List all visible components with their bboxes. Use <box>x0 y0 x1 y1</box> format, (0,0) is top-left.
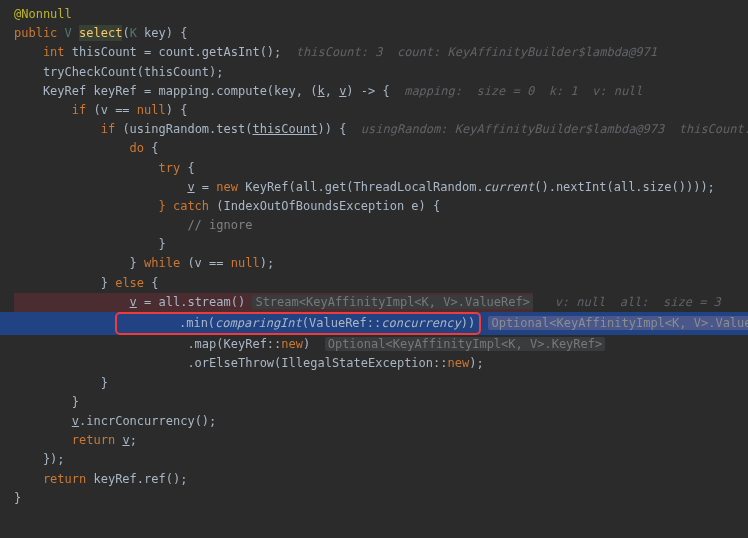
code-line-16: v = all.stream() Stream<KeyAffinityImpl<… <box>0 293 748 312</box>
code-line-25: return keyRef.ref(); <box>0 470 748 489</box>
code-line-26: } <box>0 489 748 508</box>
code-line-24: }); <box>0 450 748 469</box>
code-line-11: } catch (IndexOutOfBoundsException e) { <box>0 197 748 216</box>
debug-hint: v: null all: size = 3 <box>533 295 721 309</box>
type-hint: Stream<KeyAffinityImpl<K, V>.ValueRef> <box>252 295 533 309</box>
method-name: select <box>79 25 122 41</box>
code-line-20: } <box>0 374 748 393</box>
code-line-23: return v; <box>0 431 748 450</box>
code-line-2: public V select(K key) { <box>0 24 748 43</box>
type-hint: Optional<KeyAffinityImpl<K, V>.KeyRef> <box>325 337 606 351</box>
code-line-21: } <box>0 393 748 412</box>
annotation: @Nonnull <box>14 7 72 21</box>
code-line-19: .orElseThrow(IllegalStateException::new)… <box>0 354 748 373</box>
code-line-1: @Nonnull <box>0 5 748 24</box>
code-line-8: do { <box>0 139 748 158</box>
execution-point: .min( .min(comparingInt(ValueRef::concur… <box>115 312 481 335</box>
code-line-22: v.incrConcurrency(); <box>0 412 748 431</box>
code-line-15: } else { <box>0 274 748 293</box>
code-line-14: } while (v == null); <box>0 254 748 273</box>
debug-hint: mapping: size = 0 k: 1 v: null <box>404 84 642 98</box>
code-line-12: // ignore <box>0 216 748 235</box>
code-line-13: } <box>0 235 748 254</box>
code-line-6: if (v == null) { <box>0 101 748 120</box>
code-line-7: if (usingRandom.test(thisCount)) { using… <box>0 120 748 139</box>
type-hint: Optional<KeyAffinityImpl<K, V>.ValueRef> <box>488 316 748 330</box>
code-line-3: int thisCount = count.getAsInt(); thisCo… <box>0 43 748 62</box>
code-line-5: KeyRef keyRef = mapping.compute(key, (k,… <box>0 82 748 101</box>
highlighted-line[interactable]: .min( .min(comparingInt(ValueRef::concur… <box>0 312 748 335</box>
code-line-18: .map(KeyRef::new) Optional<KeyAffinityIm… <box>0 335 748 354</box>
code-line-10: v = new KeyRef(all.get(ThreadLocalRandom… <box>0 178 748 197</box>
code-line-4: tryCheckCount(thisCount); <box>0 63 748 82</box>
debug-hint: usingRandom: KeyAffinityBuilder$lambda@9… <box>361 122 748 136</box>
debug-hint: thisCount: 3 count: KeyAffinityBuilder$l… <box>296 45 657 59</box>
code-line-9: try { <box>0 159 748 178</box>
